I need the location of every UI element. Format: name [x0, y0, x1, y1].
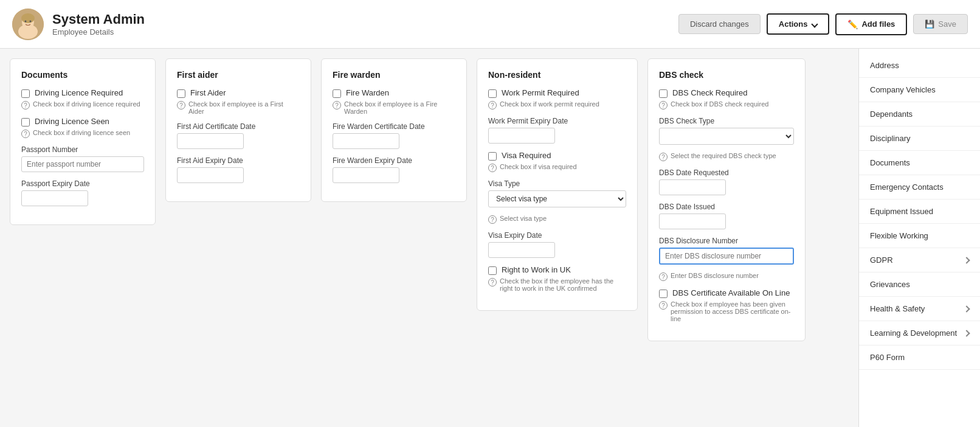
dbs-certificate-hint-row: ? Check box if employee has been given p…	[659, 300, 794, 322]
work-permit-expiry-field: Work Permit Expiry Date	[488, 117, 626, 144]
dbs-disclosure-input[interactable]	[659, 248, 794, 265]
dbs-check-card: DBS check DBS Check Required ? Check box…	[647, 58, 806, 341]
sidebar-item-gdpr[interactable]: GDPR	[859, 248, 980, 273]
save-button[interactable]: 💾 Save	[913, 14, 968, 34]
dbs-required-label: DBS Check Required	[672, 88, 748, 97]
avatar	[12, 9, 44, 40]
right-to-work-hint: Check the box if the employee has the ri…	[500, 277, 626, 292]
dbs-check-card-title: DBS check	[659, 70, 794, 80]
visa-type-hint: Select visa type	[500, 215, 547, 222]
sidebar-item-documents[interactable]: Documents	[859, 151, 980, 175]
subtitle: Employee Details	[52, 27, 145, 36]
dbs-date-issued-input[interactable]	[659, 214, 726, 229]
visa-required-checkbox[interactable]	[488, 152, 497, 161]
visa-required-hint: Check box if visa required	[500, 163, 577, 170]
fire-warden-hint: Check box if employee is a Fire Warden	[344, 100, 455, 115]
dbs-date-issued-label: DBS Date Issued	[659, 203, 794, 211]
visa-expiry-input[interactable]	[488, 242, 555, 258]
actions-chevron-icon	[812, 21, 818, 27]
passport-number-input[interactable]	[21, 156, 144, 172]
sidebar-item-emergency-contacts[interactable]: Emergency Contacts	[859, 175, 980, 200]
sidebar-item-dependants-label: Dependants	[870, 109, 913, 119]
right-to-work-hint-row: ? Check the box if the employee has the …	[488, 277, 626, 292]
sidebar-item-emergency-contacts-label: Emergency Contacts	[870, 182, 944, 192]
first-aider-checkbox[interactable]	[177, 89, 185, 98]
work-permit-required-checkbox[interactable]	[488, 89, 497, 98]
sidebar-item-grievances[interactable]: Grievances	[859, 273, 980, 297]
visa-type-hint-row: ? Select visa type	[488, 215, 626, 224]
visa-required-row: Visa Required	[488, 151, 626, 161]
documents-card-title: Documents	[21, 70, 144, 80]
driving-licence-seen-row: Driving Licence Seen	[21, 117, 144, 127]
hint-icon: ?	[21, 101, 30, 109]
fw-expiry-date-label: Fire Warden Expiry Date	[333, 156, 455, 165]
header-title: System Admin Employee Details	[52, 12, 145, 36]
hint-icon-visa-type: ?	[488, 215, 497, 224]
first-aider-hint-row: ? Check box if employee is a First Aider	[177, 100, 300, 115]
dbs-type-hint-row: ? Select the required DBS check type	[659, 152, 794, 161]
fw-certificate-date-input[interactable]	[333, 133, 399, 149]
add-files-button[interactable]: ✏️ Add files	[835, 13, 907, 35]
header-left: System Admin Employee Details	[12, 9, 145, 40]
dbs-certificate-label: DBS Certificate Available On Line	[672, 288, 790, 297]
save-icon: 💾	[925, 19, 934, 29]
hint-icon-fw: ?	[333, 101, 341, 109]
first-aider-hint: Check box if employee is a First Aider	[188, 100, 300, 115]
driving-licence-seen-checkbox[interactable]	[21, 118, 30, 127]
sidebar-item-equipment-issued[interactable]: Equipment Issued	[859, 200, 980, 224]
actions-button[interactable]: Actions	[767, 13, 830, 35]
fw-expiry-date-field: Fire Warden Expiry Date	[333, 156, 455, 183]
fa-certificate-date-field: First Aid Certificate Date	[177, 122, 300, 149]
sidebar-item-disciplinary[interactable]: Disciplinary	[859, 127, 980, 151]
work-permit-expiry-input[interactable]	[488, 128, 555, 144]
sidebar-item-documents-label: Documents	[870, 158, 910, 167]
sidebar-item-dependants[interactable]: Dependants	[859, 102, 980, 127]
driving-licence-required-checkbox[interactable]	[21, 89, 30, 98]
fire-warden-checkbox[interactable]	[333, 89, 341, 98]
sidebar-item-company-vehicles-label: Company Vehicles	[870, 85, 936, 94]
visa-type-select[interactable]: Select visa type	[488, 190, 626, 207]
non-resident-card-title: Non-resident	[488, 70, 626, 80]
dbs-required-hint: Check box if DBS check required	[671, 100, 768, 108]
sidebar-item-gdpr-label: GDPR	[870, 255, 893, 265]
fa-certificate-date-input[interactable]	[177, 133, 244, 149]
sidebar-item-flexible-working[interactable]: Flexible Working	[859, 224, 980, 248]
dbs-certificate-checkbox[interactable]	[659, 290, 668, 298]
sidebar-item-learning-development[interactable]: Learning & Development	[859, 321, 980, 345]
dbs-date-requested-field: DBS Date Requested	[659, 168, 794, 195]
dbs-disclosure-hint-row: ? Enter DBS disclosure number	[659, 272, 794, 281]
sidebar-item-health-safety-label: Health & Safety	[870, 304, 925, 313]
sidebar-item-health-safety[interactable]: Health & Safety	[859, 297, 980, 321]
discard-button[interactable]: Discard changes	[678, 14, 761, 34]
fw-certificate-date-field: Fire Warden Certificate Date	[333, 122, 455, 149]
hint-icon-dbs: ?	[659, 101, 668, 109]
fw-expiry-date-input[interactable]	[333, 167, 399, 183]
fa-expiry-date-input[interactable]	[177, 167, 244, 183]
visa-required-hint-row: ? Check box if visa required	[488, 163, 626, 172]
content-area: Documents Driving Licence Required ? Che…	[0, 49, 858, 427]
right-to-work-checkbox[interactable]	[488, 266, 497, 275]
sidebar-item-address[interactable]: Address	[859, 54, 980, 78]
visa-type-field: Visa Type Select visa type	[488, 179, 626, 207]
header: System Admin Employee Details Discard ch…	[0, 0, 980, 49]
hint-icon-dbs-disc: ?	[659, 273, 668, 281]
hint-icon-dbs-type: ?	[659, 153, 668, 161]
dbs-required-checkbox[interactable]	[659, 89, 668, 98]
dbs-type-select[interactable]	[659, 128, 794, 145]
driving-licence-required-hint-row: ? Check box if driving licence required	[21, 100, 144, 109]
dbs-date-requested-input[interactable]	[659, 179, 726, 195]
fire-warden-card: Fire warden Fire Warden ? Check box if e…	[321, 58, 467, 202]
hint-icon-dbs-cert: ?	[659, 301, 668, 310]
fa-expiry-date-field: First Aid Expiry Date	[177, 156, 300, 183]
driving-licence-required-label: Driving Licence Required	[35, 88, 123, 97]
dbs-disclosure-hint: Enter DBS disclosure number	[671, 272, 759, 279]
work-permit-required-row: Work Permit Required	[488, 88, 626, 98]
driving-licence-required-hint: Check box if driving licence required	[33, 100, 140, 108]
sidebar-item-company-vehicles[interactable]: Company Vehicles	[859, 78, 980, 102]
fa-certificate-date-label: First Aid Certificate Date	[177, 122, 300, 131]
sidebar-item-p60-form[interactable]: P60 Form	[859, 345, 980, 370]
chevron-right-icon	[963, 257, 970, 263]
passport-expiry-input[interactable]	[21, 190, 88, 206]
sidebar-item-p60-form-label: P60 Form	[870, 353, 905, 362]
fa-expiry-date-label: First Aid Expiry Date	[177, 156, 300, 165]
